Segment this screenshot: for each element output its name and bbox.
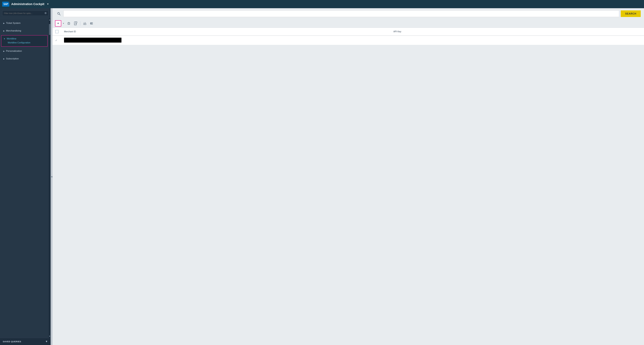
delete-button[interactable]: [66, 20, 72, 27]
search-input[interactable]: [64, 11, 619, 17]
search-refresh-icon[interactable]: [56, 11, 62, 17]
main-layout: ⚙ ▶ Ticket System ▶ Merchandising: [0, 8, 644, 345]
app-header: SAP Administration Cockpit ▼: [0, 0, 644, 8]
sidebar-item-worldline[interactable]: ▼ Worldline Worldline Configuration: [1, 35, 48, 47]
sidebar: ⚙ ▶ Ticket System ▶ Merchandising: [0, 8, 50, 345]
funnel-icon[interactable]: ▼: [45, 340, 48, 343]
sidebar-item-subscription[interactable]: ▶ Subscription: [0, 55, 49, 63]
svg-point-11: [84, 24, 85, 25]
sidebar-collapse-handle[interactable]: ◀: [50, 8, 52, 345]
sidebar-item-personalization[interactable]: ▶ Personalization: [0, 47, 49, 55]
svg-text:CSV: CSV: [75, 24, 77, 24]
table-wrap: Merchant ID API Key ✓: [52, 28, 644, 345]
chevron-down-icon: ▼: [63, 23, 64, 24]
arrow-icon: ▼: [4, 38, 5, 40]
plus-icon: +: [57, 22, 59, 25]
sidebar-nav: ▶ Ticket System ▶ Merchandising ▼ Worldl…: [0, 18, 49, 338]
toolbar: + ▼ CSV: [52, 19, 644, 28]
arrow-icon: ▶: [3, 58, 5, 60]
saved-queries-label: SAVED QUERIES: [3, 340, 21, 343]
sidebar-item-label: Subscription: [6, 57, 19, 60]
row-check-icon: ✓: [55, 39, 57, 42]
table-header-checkbox: [52, 28, 61, 36]
list-view-button[interactable]: [88, 20, 95, 27]
sidebar-item-label: Personalization: [6, 50, 22, 53]
collapse-arrow-icon: ◀: [51, 176, 52, 178]
sidebar-scrollbar: ▲ ▼: [49, 18, 50, 338]
sidebar-item-worldline-configuration[interactable]: Worldline Configuration: [4, 40, 30, 45]
svg-rect-9: [76, 22, 77, 23]
compare-button[interactable]: [82, 20, 88, 27]
svg-point-12: [85, 24, 86, 25]
table-cell-merchant-id: [61, 36, 644, 45]
svg-line-1: [59, 14, 60, 15]
sidebar-item-label: Worldline: [7, 37, 16, 40]
child-label: Worldline Configuration: [8, 42, 30, 44]
worldline-parent-row: ▼ Worldline: [4, 37, 16, 40]
search-bar: SEARCH: [52, 8, 644, 19]
add-dropdown-button[interactable]: ▼: [62, 20, 65, 27]
svg-rect-3: [68, 23, 70, 25]
sidebar-item-label: Merchandising: [6, 30, 21, 32]
scrollbar-thumb[interactable]: [49, 24, 50, 35]
table-header-row: Merchant ID API Key: [52, 28, 644, 36]
filter-input-wrap: ⚙: [2, 11, 48, 16]
add-button[interactable]: +: [55, 20, 61, 27]
filter-tree-input[interactable]: [4, 12, 44, 14]
app-title: Administration Cockpit: [11, 2, 44, 6]
redacted-content: [64, 38, 122, 43]
sidebar-item-ticket-system[interactable]: ▶ Ticket System: [0, 19, 49, 27]
scroll-up-arrow[interactable]: ▲: [48, 19, 50, 21]
table-row: ✓: [52, 36, 644, 45]
scroll-down-arrow[interactable]: ▼: [48, 335, 50, 337]
filter-gear-icon[interactable]: ⚙: [44, 12, 47, 15]
table-cell-check: ✓: [52, 36, 61, 45]
arrow-icon: ▶: [3, 50, 5, 52]
content-area: SEARCH + ▼: [52, 8, 644, 345]
table-header-merchant-id: Merchant ID: [61, 28, 391, 36]
search-button[interactable]: SEARCH: [621, 11, 641, 17]
data-table: Merchant ID API Key ✓: [52, 28, 644, 45]
app-title-chevron[interactable]: ▼: [47, 3, 49, 5]
saved-queries-section: SAVED QUERIES ▼: [0, 338, 50, 345]
arrow-icon: ▶: [3, 30, 5, 32]
table-header-api-key: API Key: [391, 28, 644, 36]
arrow-icon: ▶: [3, 22, 5, 24]
sap-logo: SAP: [2, 2, 9, 7]
filter-bar: ⚙: [0, 8, 50, 18]
header-checkbox[interactable]: [55, 30, 58, 33]
sidebar-item-label: Ticket System: [6, 22, 20, 25]
sidebar-item-merchandising[interactable]: ▶ Merchandising: [0, 27, 49, 35]
export-csv-button[interactable]: CSV: [72, 20, 79, 27]
